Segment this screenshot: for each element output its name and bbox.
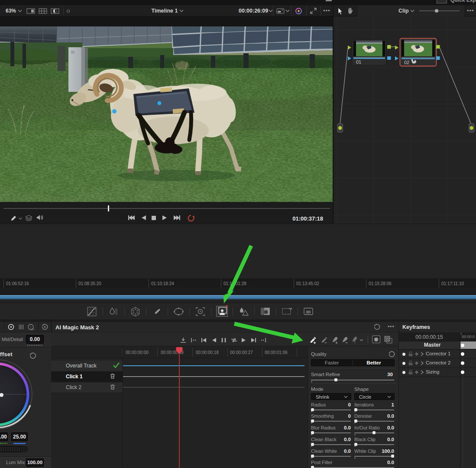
svg-text:LOG: LOG: [30, 328, 35, 331]
svg-text:01: 01: [356, 59, 361, 65]
svg-text:02: 02: [404, 60, 409, 65]
svg-text:3D: 3D: [306, 310, 311, 314]
svg-text:s: s: [354, 340, 356, 344]
